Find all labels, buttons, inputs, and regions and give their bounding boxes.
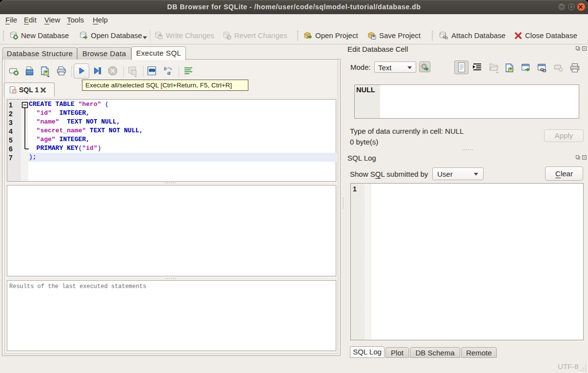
svg-text:b: b	[164, 65, 167, 71]
svg-text:a: a	[167, 69, 171, 76]
